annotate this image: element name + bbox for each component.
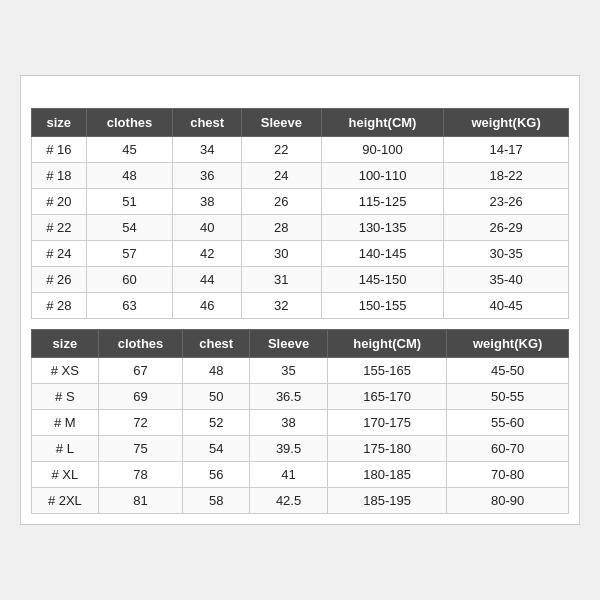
table-row: # 28634632150-15540-45 [32,293,569,319]
table-cell: 130-135 [321,215,443,241]
table-cell: 51 [86,189,173,215]
column-header: Sleeve [250,330,328,358]
size-chart-card: sizeclotheschestSleeveheight(CM)weight(K… [20,75,580,525]
table-row: # M725238170-17555-60 [32,410,569,436]
table-cell: 63 [86,293,173,319]
table-cell: # XL [32,462,99,488]
table-cell: # S [32,384,99,410]
table-cell: 170-175 [328,410,447,436]
table-cell: 48 [183,358,250,384]
table-cell: 38 [173,189,241,215]
table-cell: 52 [183,410,250,436]
table-cell: 140-145 [321,241,443,267]
table-cell: 45 [86,137,173,163]
column-header: size [32,330,99,358]
table-cell: 115-125 [321,189,443,215]
size-table-1: sizeclotheschestSleeveheight(CM)weight(K… [31,108,569,319]
table-cell: 40-45 [444,293,569,319]
table-cell: 155-165 [328,358,447,384]
table-cell: 26 [241,189,321,215]
table-cell: 75 [98,436,183,462]
table-cell: 55-60 [447,410,569,436]
table-cell: # 28 [32,293,87,319]
table-cell: # M [32,410,99,436]
chart-title [31,86,569,108]
column-header: weight(KG) [444,109,569,137]
table-cell: 67 [98,358,183,384]
table-cell: 34 [173,137,241,163]
table-cell: # L [32,436,99,462]
table-cell: 42 [173,241,241,267]
table-divider [31,319,569,329]
table-row: # 18483624100-11018-22 [32,163,569,189]
table-cell: 36 [173,163,241,189]
table-cell: # 18 [32,163,87,189]
table-row: # 24574230140-14530-35 [32,241,569,267]
table-cell: # 20 [32,189,87,215]
table-cell: 26-29 [444,215,569,241]
table-cell: 46 [173,293,241,319]
table-cell: 48 [86,163,173,189]
table-row: # 1645342290-10014-17 [32,137,569,163]
table-cell: 145-150 [321,267,443,293]
table-cell: 44 [173,267,241,293]
table-cell: 50 [183,384,250,410]
table-cell: 165-170 [328,384,447,410]
table-cell: 42.5 [250,488,328,514]
table-cell: 41 [250,462,328,488]
table-cell: 40 [173,215,241,241]
table-cell: 60-70 [447,436,569,462]
table-cell: 70-80 [447,462,569,488]
table-cell: # 2XL [32,488,99,514]
table-cell: 80-90 [447,488,569,514]
table-cell: 57 [86,241,173,267]
table-cell: # 22 [32,215,87,241]
table-cell: 54 [183,436,250,462]
table-cell: 22 [241,137,321,163]
column-header: height(CM) [328,330,447,358]
table-cell: 39.5 [250,436,328,462]
table-cell: 32 [241,293,321,319]
table-cell: 90-100 [321,137,443,163]
size-table-2: sizeclotheschestSleeveheight(CM)weight(K… [31,329,569,514]
table-row: # 26604431145-15035-40 [32,267,569,293]
table-cell: 185-195 [328,488,447,514]
table-cell: 30-35 [444,241,569,267]
table-cell: 56 [183,462,250,488]
table-row: # 20513826115-12523-26 [32,189,569,215]
table-cell: 18-22 [444,163,569,189]
table-cell: 35 [250,358,328,384]
table-cell: # 24 [32,241,87,267]
table-cell: 28 [241,215,321,241]
column-header: size [32,109,87,137]
table-cell: 24 [241,163,321,189]
table-cell: 180-185 [328,462,447,488]
table-cell: 175-180 [328,436,447,462]
table-cell: 38 [250,410,328,436]
column-header: clothes [86,109,173,137]
table-cell: 45-50 [447,358,569,384]
table-cell: 35-40 [444,267,569,293]
table-cell: 58 [183,488,250,514]
column-header: weight(KG) [447,330,569,358]
table-cell: 23-26 [444,189,569,215]
column-header: height(CM) [321,109,443,137]
column-header: clothes [98,330,183,358]
table-row: # XS674835155-16545-50 [32,358,569,384]
table-cell: 81 [98,488,183,514]
table-row: # XL785641180-18570-80 [32,462,569,488]
table-cell: 72 [98,410,183,436]
table-row: # 22544028130-13526-29 [32,215,569,241]
column-header: chest [183,330,250,358]
table-cell: 100-110 [321,163,443,189]
table-cell: 150-155 [321,293,443,319]
table-cell: 36.5 [250,384,328,410]
table-row: # S695036.5165-17050-55 [32,384,569,410]
table-row: # L755439.5175-18060-70 [32,436,569,462]
column-header: chest [173,109,241,137]
column-header: Sleeve [241,109,321,137]
table-cell: 30 [241,241,321,267]
table-row: # 2XL815842.5185-19580-90 [32,488,569,514]
table-cell: 78 [98,462,183,488]
table-cell: 31 [241,267,321,293]
